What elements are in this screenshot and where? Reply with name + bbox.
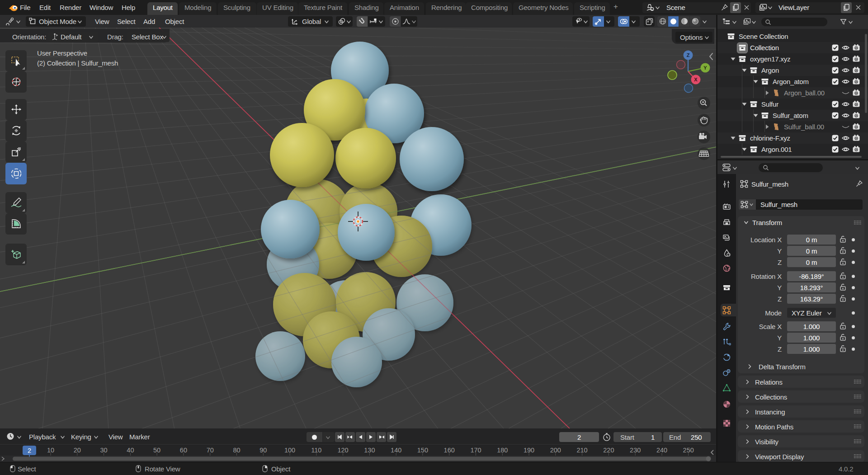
svg-text:90: 90 <box>259 447 267 454</box>
svg-text:Z: Z <box>687 52 690 58</box>
svg-text:80: 80 <box>233 447 240 454</box>
svg-text:2: 2 <box>28 447 31 454</box>
svg-text:240: 240 <box>656 447 667 454</box>
svg-text:250: 250 <box>683 447 694 454</box>
svg-text:200: 200 <box>550 447 561 454</box>
svg-text:170: 170 <box>470 447 481 454</box>
svg-text:X: X <box>694 77 698 82</box>
svg-text:30: 30 <box>100 447 108 454</box>
svg-text:70: 70 <box>207 447 214 454</box>
svg-text:140: 140 <box>391 447 401 454</box>
svg-text:190: 190 <box>524 447 534 454</box>
svg-text:130: 130 <box>364 447 375 454</box>
svg-text:210: 210 <box>576 447 587 454</box>
svg-text:100: 100 <box>284 447 295 454</box>
svg-text:60: 60 <box>180 447 187 454</box>
svg-text:120: 120 <box>337 447 348 454</box>
svg-text:220: 220 <box>603 447 614 454</box>
svg-text:150: 150 <box>417 447 428 454</box>
svg-text:110: 110 <box>311 447 321 454</box>
svg-text:50: 50 <box>153 447 160 454</box>
svg-text:10: 10 <box>47 447 54 454</box>
svg-text:Y: Y <box>703 65 707 71</box>
svg-text:180: 180 <box>497 447 508 454</box>
svg-text:40: 40 <box>127 447 134 454</box>
svg-text:230: 230 <box>630 447 641 454</box>
svg-text:160: 160 <box>444 447 455 454</box>
svg-text:20: 20 <box>74 447 81 454</box>
